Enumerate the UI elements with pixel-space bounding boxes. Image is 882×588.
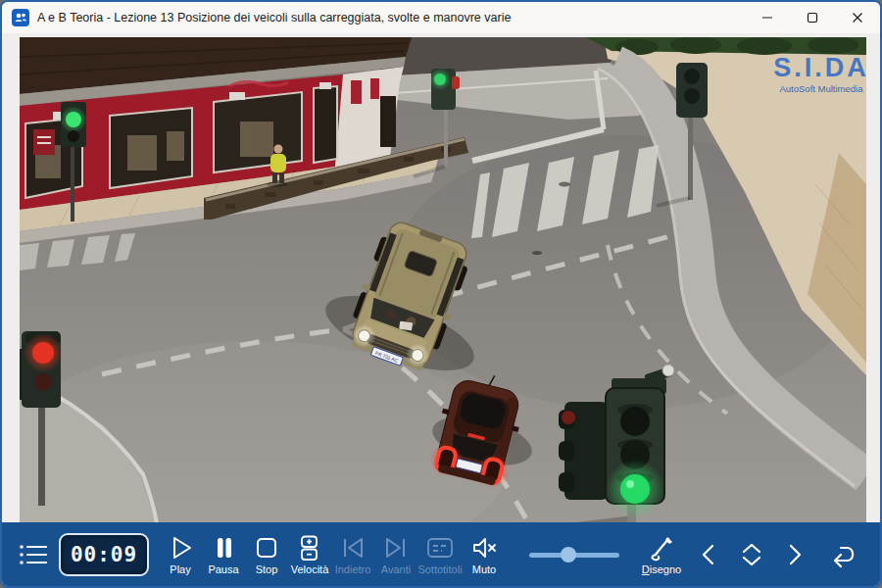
nav-left-button[interactable] bbox=[688, 525, 729, 584]
maximize-button[interactable] bbox=[790, 2, 835, 33]
minimize-icon bbox=[761, 12, 773, 24]
volume-slider[interactable] bbox=[529, 545, 619, 564]
previous-label: Indietro bbox=[335, 564, 371, 575]
player-toolbar: 00:09 Play Pausa Stop bbox=[2, 522, 880, 586]
sida-logo-subtitle: AutoSoft Multimedia bbox=[779, 83, 863, 94]
close-button[interactable] bbox=[835, 2, 880, 33]
play-label: Play bbox=[170, 564, 190, 575]
stop-icon bbox=[253, 534, 280, 562]
mute-button[interactable]: Muto bbox=[463, 525, 506, 584]
enter-button[interactable] bbox=[819, 525, 864, 584]
sida-logo: S.I.DA bbox=[773, 53, 866, 82]
timer-value: 00:09 bbox=[71, 543, 137, 566]
app-window: A e B Teoria - Lezione 13 Posizione dei … bbox=[0, 0, 882, 588]
close-icon bbox=[852, 12, 863, 24]
speed-icon bbox=[296, 534, 323, 562]
pause-label: Pausa bbox=[208, 564, 238, 575]
chevron-up-down-icon bbox=[739, 542, 764, 567]
subtitles-label: Sottotitoli bbox=[417, 564, 462, 575]
maximize-icon bbox=[807, 12, 818, 24]
next-label: Avanti bbox=[381, 564, 411, 575]
chevron-right-icon bbox=[783, 542, 807, 567]
nav-updown-button[interactable] bbox=[731, 525, 772, 584]
pause-icon bbox=[210, 534, 237, 562]
play-icon bbox=[167, 534, 194, 562]
play-button[interactable]: Play bbox=[159, 525, 202, 584]
list-icon bbox=[19, 542, 48, 567]
slider-thumb[interactable] bbox=[561, 547, 576, 563]
pen-icon bbox=[647, 534, 676, 562]
speed-label: Velocità bbox=[291, 564, 329, 575]
pause-button[interactable]: Pausa bbox=[202, 525, 245, 584]
draw-label: Disegno bbox=[642, 564, 681, 575]
title-bar: A e B Teoria - Lezione 13 Posizione dei … bbox=[2, 2, 880, 33]
speed-button[interactable]: Velocità bbox=[288, 525, 331, 584]
draw-button[interactable]: Disegno bbox=[637, 525, 686, 584]
stop-label: Stop bbox=[256, 564, 278, 575]
minimize-button[interactable] bbox=[745, 2, 790, 33]
skip-back-icon bbox=[339, 534, 367, 562]
timer-display: 00:09 bbox=[59, 533, 149, 576]
stop-button[interactable]: Stop bbox=[245, 525, 288, 584]
lesson-list-button[interactable] bbox=[14, 525, 53, 584]
mute-label: Muto bbox=[472, 564, 496, 575]
previous-button[interactable]: Indietro bbox=[331, 525, 374, 584]
subtitles-icon bbox=[426, 534, 454, 562]
video-scene: S.I.DA AutoSoft Multimedia bbox=[20, 37, 866, 524]
return-arrow-icon bbox=[826, 540, 858, 569]
skip-forward-icon bbox=[382, 534, 410, 562]
subtitles-button[interactable]: Sottotitoli bbox=[417, 525, 463, 584]
mute-icon bbox=[470, 534, 498, 562]
next-button[interactable]: Avanti bbox=[374, 525, 417, 584]
chevron-left-icon bbox=[697, 542, 720, 567]
window-title: A e B Teoria - Lezione 13 Posizione dei … bbox=[37, 11, 511, 24]
app-icon bbox=[12, 9, 29, 26]
nav-right-button[interactable] bbox=[774, 525, 815, 584]
